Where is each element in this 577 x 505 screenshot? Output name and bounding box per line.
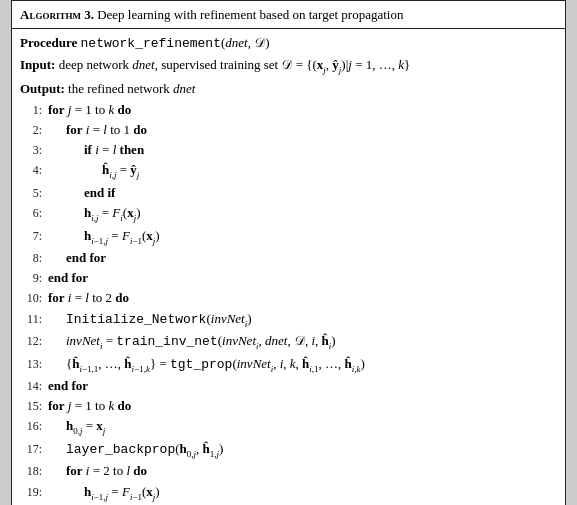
line-18: 18: for i = 2 to l do [20,461,557,481]
line-9: 9: end for [20,268,557,288]
line-8: 8: end for [20,248,557,268]
line-content-6: hi,j = Fi(xj) [48,203,557,226]
line-1: 1: for j = 1 to k do [20,100,557,120]
line-content-9: end for [48,268,557,288]
output-text: the refined network dnet [68,81,195,96]
line-17: 17: layer_backprop(h0,j, ĥ1,j) [20,439,557,462]
line-12: 12: invNeti = train_inv_net(invNeti, dne… [20,331,557,354]
line-num-7: 7: [20,227,48,246]
input-label: Input: [20,57,55,72]
line-num-8: 8: [20,249,48,268]
line-4: 4: ĥi,j = ŷj [20,160,557,183]
line-content-12: invNeti = train_inv_net(invNeti, dnet, 𝒟… [48,331,557,354]
line-num-16: 16: [20,417,48,436]
algorithm-label: Algorithm 3. [20,7,94,22]
line-7: 7: hi−1,j = Fi−1(xj) [20,226,557,249]
procedure-params: (dnet, 𝒟) [221,35,270,50]
line-content-7: hi−1,j = Fi−1(xj) [48,226,557,249]
line-19: 19: hi−1,j = Fi−1(xj) [20,482,557,505]
line-content-18: for i = 2 to l do [48,461,557,481]
line-content-8: end for [48,248,557,268]
line-content-17: layer_backprop(h0,j, ĥ1,j) [48,439,557,462]
algorithm-body: Procedure network_refinement(dnet, 𝒟) In… [12,29,565,505]
procedure-keyword: Procedure [20,35,81,50]
line-14: 14: end for [20,376,557,396]
line-content-19: hi−1,j = Fi−1(xj) [48,482,557,505]
line-num-18: 18: [20,462,48,481]
line-num-17: 17: [20,440,48,459]
line-num-15: 15: [20,397,48,416]
line-content-10: for i = l to 2 do [48,288,557,308]
line-13: 13: {ĥi−1,1, …, ĥi−1,k} = tgt_prop(invNe… [20,354,557,377]
line-content-14: end for [48,376,557,396]
line-16: 16: h0,j = xj [20,416,557,439]
algorithm-description: Deep learning with refinement based on t… [97,7,403,22]
line-content-11: Initialize_Network(invNeti) [48,309,557,332]
line-num-1: 1: [20,101,48,120]
line-num-12: 12: [20,332,48,351]
line-num-13: 13: [20,355,48,374]
procedure-name: network_refinement [81,36,221,51]
line-num-11: 11: [20,310,48,329]
line-11: 11: Initialize_Network(invNeti) [20,309,557,332]
line-content-13: {ĥi−1,1, …, ĥi−1,k} = tgt_prop(invNeti, … [48,354,557,377]
line-15: 15: for j = 1 to k do [20,396,557,416]
line-num-19: 19: [20,483,48,502]
input-line: Input: deep network dnet, supervised tra… [20,55,557,78]
algorithm-header: Algorithm 3. Deep learning with refineme… [12,1,565,29]
line-5: 5: end if [20,183,557,203]
line-num-6: 6: [20,204,48,223]
line-content-2: for i = l to 1 do [48,120,557,140]
algorithm-box: Algorithm 3. Deep learning with refineme… [11,0,566,505]
line-content-1: for j = 1 to k do [48,100,557,120]
line-2: 2: for i = l to 1 do [20,120,557,140]
input-text: deep network dnet, supervised training s… [59,57,411,72]
line-10: 10: for i = l to 2 do [20,288,557,308]
line-num-9: 9: [20,269,48,288]
procedure-line: Procedure network_refinement(dnet, 𝒟) [20,33,557,54]
line-num-3: 3: [20,141,48,160]
line-content-3: if i = l then [48,140,557,160]
line-num-2: 2: [20,121,48,140]
line-content-4: ĥi,j = ŷj [48,160,557,183]
output-label: Output: [20,81,65,96]
line-num-10: 10: [20,289,48,308]
line-6: 6: hi,j = Fi(xj) [20,203,557,226]
line-content-15: for j = 1 to k do [48,396,557,416]
line-content-16: h0,j = xj [48,416,557,439]
line-3: 3: if i = l then [20,140,557,160]
line-num-14: 14: [20,377,48,396]
line-content-5: end if [48,183,557,203]
line-num-5: 5: [20,184,48,203]
line-num-4: 4: [20,161,48,180]
output-line: Output: the refined network dnet [20,79,557,99]
